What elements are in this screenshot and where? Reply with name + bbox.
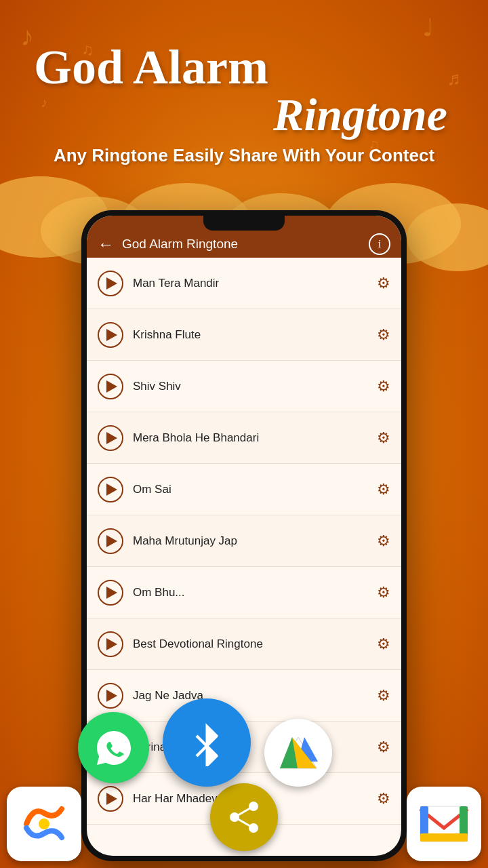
- settings-icon-2[interactable]: ⚙: [377, 326, 390, 344]
- svg-line-10: [235, 817, 253, 828]
- song-name-5: Om Sai: [133, 483, 377, 496]
- settings-icon-6[interactable]: ⚙: [377, 532, 390, 550]
- settings-icon-4[interactable]: ⚙: [377, 429, 390, 447]
- settings-icon-5[interactable]: ⚙: [377, 481, 390, 498]
- toolbar-title: God Alarm Ringtone: [122, 237, 369, 252]
- settings-icon-9[interactable]: ⚙: [377, 687, 390, 705]
- song-item-5: Om Sai ⚙: [87, 464, 401, 515]
- app-title-line2: Ringtone: [273, 92, 447, 138]
- svg-point-12: [39, 818, 49, 829]
- play-button-1[interactable]: [98, 271, 123, 296]
- song-name-1: Man Tera Mandir: [133, 277, 377, 290]
- song-item-8: Best Devotional Ringtone ⚙: [87, 618, 401, 670]
- gmail-app-icon[interactable]: [407, 787, 481, 861]
- song-item-4: Mera Bhola He Bhandari ⚙: [87, 412, 401, 464]
- play-button-4[interactable]: [98, 425, 123, 451]
- settings-icon-8[interactable]: ⚙: [377, 635, 390, 653]
- whatsapp-icon: [94, 728, 134, 768]
- share-center-button[interactable]: [210, 783, 278, 851]
- whatsapp-share-button[interactable]: [78, 712, 149, 783]
- song-name-6: Maha Mrutunjay Jap: [133, 534, 377, 548]
- back-button[interactable]: ←: [98, 235, 114, 254]
- svg-line-9: [235, 806, 253, 817]
- settings-icon-3[interactable]: ⚙: [377, 378, 390, 395]
- song-name-3: Shiv Shiv: [133, 380, 377, 393]
- song-name-7: Om Bhu...: [133, 586, 377, 599]
- song-name-4: Mera Bhola He Bhandari: [133, 431, 377, 445]
- info-button[interactable]: i: [369, 233, 390, 255]
- song-item-1: Man Tera Mandir ⚙: [87, 258, 401, 309]
- drive-icon: [279, 736, 318, 770]
- play-button-5[interactable]: [98, 477, 123, 502]
- play-button-8[interactable]: [98, 631, 123, 657]
- app-title-line1: God Alarm: [34, 43, 268, 92]
- play-button-3[interactable]: [98, 374, 123, 399]
- play-button-7[interactable]: [98, 580, 123, 606]
- bluetooth-share-button[interactable]: [163, 698, 251, 787]
- xender-icon-graphic: [20, 800, 68, 848]
- song-name-2: Krishna Flute: [133, 328, 377, 342]
- play-button-6[interactable]: [98, 528, 123, 554]
- settings-icon-10[interactable]: ⚙: [377, 738, 390, 756]
- song-item-3: Shiv Shiv ⚙: [87, 361, 401, 412]
- settings-icon-1[interactable]: ⚙: [377, 275, 390, 292]
- gmail-icon-graphic: [419, 805, 469, 843]
- share-icon: [226, 800, 262, 835]
- settings-icon-11[interactable]: ⚙: [377, 790, 390, 808]
- svg-rect-16: [420, 833, 468, 842]
- play-button-9[interactable]: [98, 683, 123, 709]
- phone-notch: [203, 216, 285, 231]
- drive-share-button[interactable]: [264, 719, 332, 787]
- play-button-2[interactable]: [98, 322, 123, 348]
- song-name-8: Best Devotional Ringtone: [133, 637, 377, 651]
- bluetooth-icon: [183, 719, 230, 766]
- header-area: God Alarm Ringtone Any Ringtone Easily S…: [0, 0, 488, 210]
- song-item-7: Om Bhu... ⚙: [87, 567, 401, 618]
- song-item-2: Krishna Flute ⚙: [87, 309, 401, 361]
- xender-app-icon[interactable]: [7, 787, 81, 861]
- play-button-11[interactable]: [98, 786, 123, 812]
- app-subtitle: Any Ringtone Easily Share With Your Cont…: [54, 144, 434, 167]
- settings-icon-7[interactable]: ⚙: [377, 584, 390, 601]
- song-item-6: Maha Mrutunjay Jap ⚙: [87, 515, 401, 567]
